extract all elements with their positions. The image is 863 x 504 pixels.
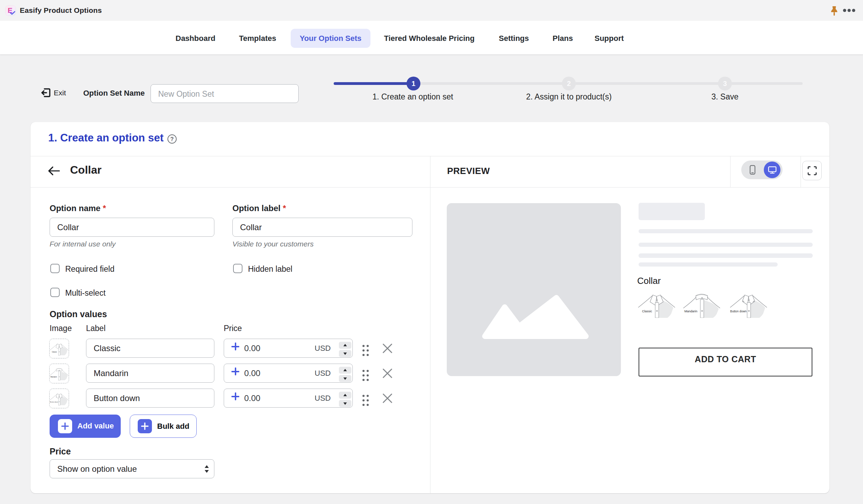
svg-text:?: ? — [170, 136, 174, 142]
